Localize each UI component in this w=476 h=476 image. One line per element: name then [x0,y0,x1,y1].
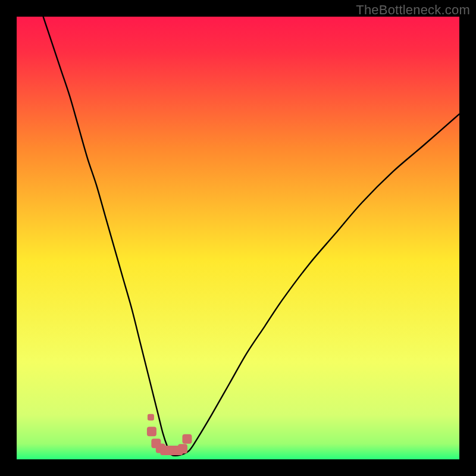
gradient-background [17,17,459,459]
optimal-marker [178,444,187,453]
plot-area [17,17,459,459]
optimal-marker [182,434,192,444]
optimal-marker [147,427,156,436]
chart-svg [17,17,459,459]
chart-frame: TheBottleneck.com [0,0,476,476]
marker-dot [148,414,154,421]
watermark-text: TheBottleneck.com [356,2,470,18]
